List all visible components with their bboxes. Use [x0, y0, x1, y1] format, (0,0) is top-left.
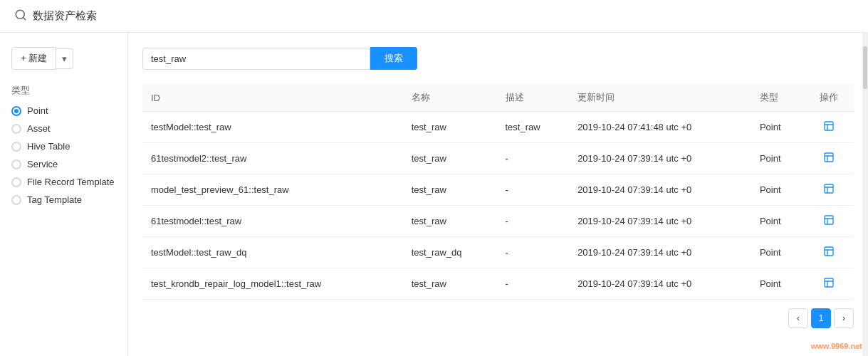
detail-icon[interactable] — [823, 183, 835, 194]
cell-id-5: test_krondb_repair_log_model1::test_raw — [142, 268, 403, 300]
cell-action-4[interactable] — [804, 237, 854, 268]
col-header-name: 名称 — [403, 84, 497, 112]
cell-action-3[interactable] — [804, 206, 854, 237]
cell-update_time-1: 2019-10-24 07:39:14 utc +0 — [569, 143, 751, 174]
table-row: testModel::test_rawtest_rawtest_raw2019-… — [142, 112, 854, 143]
cell-update_time-5: 2019-10-24 07:39:14 utc +0 — [569, 268, 751, 300]
svg-rect-5 — [825, 153, 833, 162]
cell-desc-2: - — [497, 174, 570, 206]
cell-action-0[interactable] — [804, 112, 854, 143]
cell-id-4: testModel::test_raw_dq — [142, 237, 403, 268]
cell-name-2: test_raw — [403, 174, 497, 206]
radio-circle-hive-table — [11, 142, 21, 152]
radio-label-service: Service — [27, 159, 58, 169]
cell-action-1[interactable] — [804, 143, 854, 174]
current-page-button[interactable]: 1 — [811, 308, 831, 328]
prev-page-button[interactable]: ‹ — [788, 308, 808, 328]
cell-update_time-0: 2019-10-24 07:41:48 utc +0 — [569, 112, 751, 143]
radio-item-tag-template[interactable]: Tag Template — [11, 194, 116, 205]
header-icon — [14, 9, 27, 23]
table-header: ID名称描述更新时间类型操作 — [142, 84, 854, 112]
radio-item-service[interactable]: Service — [11, 159, 116, 169]
radio-label-file-record-template: File Record Template — [27, 177, 115, 187]
search-bar: 搜索 — [142, 47, 854, 70]
page-header: 数据资产检索 — [0, 0, 868, 33]
page-title: 数据资产检索 — [33, 9, 97, 23]
table-row: 61testmodel::test_rawtest_raw-2019-10-24… — [142, 206, 854, 237]
cell-type-0: Point — [751, 112, 805, 143]
col-header-action: 操作 — [804, 84, 854, 112]
table-header-row: ID名称描述更新时间类型操作 — [142, 84, 854, 112]
cell-type-1: Point — [751, 143, 805, 174]
search-button[interactable]: 搜索 — [370, 47, 417, 70]
radio-label-hive-table: Hive Table — [27, 141, 70, 152]
col-header-desc: 描述 — [497, 84, 570, 112]
svg-rect-11 — [825, 216, 833, 224]
cell-type-3: Point — [751, 206, 805, 237]
cell-update_time-3: 2019-10-24 07:39:14 utc +0 — [569, 206, 751, 237]
cell-name-5: test_raw — [403, 268, 497, 300]
col-header-id: ID — [142, 84, 403, 112]
cell-desc-3: - — [497, 206, 570, 237]
cell-update_time-2: 2019-10-24 07:39:14 utc +0 — [569, 174, 751, 206]
radio-circle-tag-template — [11, 195, 21, 205]
cell-type-4: Point — [751, 237, 805, 268]
cell-type-5: Point — [751, 268, 805, 300]
cell-id-0: testModel::test_raw — [142, 112, 403, 143]
radio-group: PointAssetHive TableServiceFile Record T… — [11, 105, 116, 205]
pagination: ‹ 1 › — [142, 300, 854, 328]
radio-item-hive-table[interactable]: Hive Table — [11, 141, 116, 152]
svg-rect-14 — [825, 247, 833, 256]
svg-rect-2 — [825, 122, 833, 130]
cell-type-2: Point — [751, 174, 805, 206]
detail-icon[interactable] — [823, 277, 835, 288]
radio-item-point[interactable]: Point — [11, 105, 116, 116]
radio-item-file-record-template[interactable]: File Record Template — [11, 177, 116, 187]
watermark: www.9969.net — [811, 342, 862, 350]
next-page-button[interactable]: › — [834, 308, 854, 328]
radio-label-tag-template: Tag Template — [27, 194, 82, 205]
scrollbar[interactable] — [862, 32, 868, 356]
search-input[interactable] — [142, 48, 370, 70]
cell-name-3: test_raw — [403, 206, 497, 237]
col-header-type: 类型 — [751, 84, 805, 112]
detail-icon[interactable] — [823, 120, 835, 132]
table-row: testModel::test_raw_dqtest_raw_dq-2019-1… — [142, 237, 854, 268]
cell-desc-0: test_raw — [497, 112, 570, 143]
data-table: ID名称描述更新时间类型操作 testModel::test_rawtest_r… — [142, 84, 854, 300]
detail-icon[interactable] — [823, 246, 835, 257]
detail-icon[interactable] — [823, 214, 835, 226]
table-body: testModel::test_rawtest_rawtest_raw2019-… — [142, 112, 854, 300]
radio-circle-file-record-template — [11, 177, 21, 187]
cell-name-4: test_raw_dq — [403, 237, 497, 268]
cell-desc-4: - — [497, 237, 570, 268]
cell-action-5[interactable] — [804, 268, 854, 300]
cell-id-1: 61testmodel2::test_raw — [142, 143, 403, 174]
cell-name-0: test_raw — [403, 112, 497, 143]
new-dropdown-button[interactable]: ▾ — [56, 48, 73, 69]
filter-label: 类型 — [11, 84, 116, 97]
col-header-update_time: 更新时间 — [569, 84, 751, 112]
new-button[interactable]: + 新建 — [11, 47, 56, 70]
svg-rect-8 — [825, 184, 833, 193]
cell-name-1: test_raw — [403, 143, 497, 174]
new-btn-area: + 新建 ▾ — [11, 47, 116, 70]
table-row: 61testmodel2::test_rawtest_raw-2019-10-2… — [142, 143, 854, 174]
table-row: model_test_preview_61::test_rawtest_raw-… — [142, 174, 854, 206]
detail-icon[interactable] — [823, 152, 835, 163]
svg-rect-17 — [825, 278, 833, 287]
main-layout: + 新建 ▾ 类型 PointAssetHive TableServiceFil… — [0, 33, 868, 356]
svg-line-1 — [23, 17, 25, 19]
table-row: test_krondb_repair_log_model1::test_rawt… — [142, 268, 854, 300]
radio-label-asset: Asset — [27, 123, 51, 134]
radio-circle-service — [11, 159, 21, 169]
cell-desc-5: - — [497, 268, 570, 300]
main-content: 搜索 ID名称描述更新时间类型操作 testModel::test_rawtes… — [128, 33, 868, 356]
sidebar: + 新建 ▾ 类型 PointAssetHive TableServiceFil… — [0, 33, 128, 356]
chevron-down-icon: ▾ — [62, 53, 67, 64]
radio-circle-asset — [11, 124, 21, 134]
scrollbar-thumb — [863, 46, 867, 89]
radio-item-asset[interactable]: Asset — [11, 123, 116, 134]
cell-update_time-4: 2019-10-24 07:39:14 utc +0 — [569, 237, 751, 268]
cell-action-2[interactable] — [804, 174, 854, 206]
